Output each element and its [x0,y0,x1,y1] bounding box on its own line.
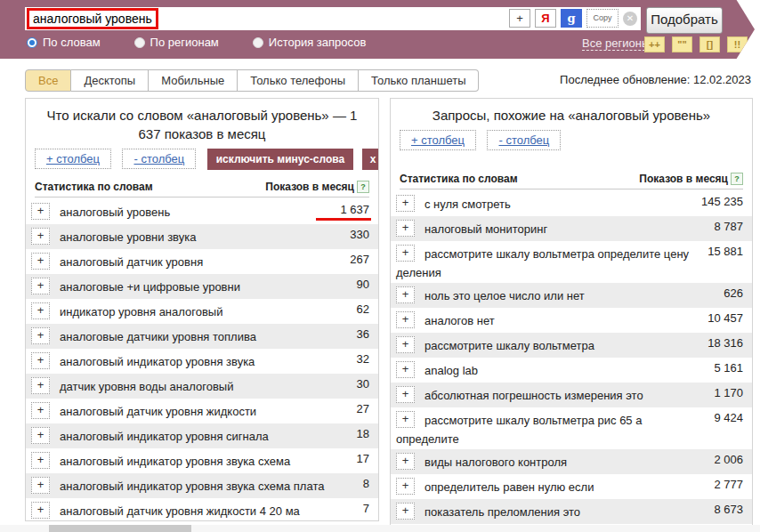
remove-column-button[interactable]: - столбец [122,149,196,169]
expand-plus-button[interactable]: + [396,503,415,520]
expand-plus-button[interactable]: + [396,361,415,378]
add-column-button[interactable]: + столбец [400,130,476,150]
table-row: 2 006+виды налогового контроля [391,449,752,474]
expand-plus-button[interactable]: + [31,477,50,494]
close-button[interactable]: x [362,149,379,170]
keyword-link[interactable]: аналоговый уровень [60,206,170,219]
expand-plus-button[interactable]: + [31,278,50,294]
expand-plus-button[interactable]: + [396,478,415,495]
keyword-link[interactable]: аналоговый индикатор уровня звука схема [60,455,290,468]
keyword-link[interactable]: показатель преломления это [424,505,580,519]
keyword-link[interactable]: ноль это целое число или нет [424,289,585,302]
expand-plus-button[interactable]: + [31,253,50,270]
tab-2[interactable]: Мобильные [149,69,238,92]
expand-plus-button[interactable]: + [396,195,415,212]
keyword-link[interactable]: рассмотрите шкалу вольтметра [424,339,594,352]
expand-plus-button[interactable]: + [31,302,50,319]
expand-plus-button[interactable]: + [396,386,415,403]
copy-button[interactable]: Copy [586,9,619,28]
keyword-link[interactable]: analog lab [424,364,478,377]
keyword-link[interactable]: аналоговые датчики уровня топлива [60,330,256,343]
google-icon[interactable]: g [561,9,582,28]
keyword-link[interactable]: виды налогового контроля [424,455,567,469]
shows-value: 145 235 [701,195,743,208]
keyword-link[interactable]: рассмотрите шкалу вольтметра рис 65 а оп… [396,414,642,446]
remove-column-button[interactable]: - столбец [487,130,561,150]
radio-item-1[interactable]: По регионам [134,36,219,49]
keyword-link[interactable]: аналоговые +и цифровые уровни [60,280,240,294]
keyword-link[interactable]: аналоговый индикатор уровня звука схема … [60,480,324,493]
submit-button[interactable]: Подобрать [646,7,723,34]
add-query-button[interactable]: + [509,9,530,28]
radio-label: По словам [43,36,101,49]
expand-plus-button[interactable]: + [396,411,415,428]
expand-plus-button[interactable]: + [396,286,415,303]
keyword-link[interactable]: аналоговые уровни звука [60,230,196,244]
shows-value: 626 [724,286,743,300]
shows-value: 27 [357,402,369,415]
expand-plus-button[interactable]: + [31,327,50,344]
keyword-link[interactable]: аналоговый датчик уровня [60,255,203,269]
keyword-link[interactable]: аналоговый индикатор уровня звука [60,355,255,368]
keyword-link[interactable]: аналоговый датчик уровня жидкости 4 20 м… [60,504,300,518]
left-panel: Что искали со словом «аналоговый уровень… [25,98,379,521]
expand-plus-button[interactable]: + [31,427,50,444]
expand-plus-button[interactable]: + [396,220,415,237]
keyword-link[interactable]: с нуля смотреть [424,197,511,211]
expand-plus-button[interactable]: + [31,502,50,519]
tab-1[interactable]: Десктопы [71,69,149,92]
help-icon[interactable]: ? [357,181,369,193]
add-column-button[interactable]: + столбец [35,149,111,169]
keyword-link[interactable]: датчик уровня воды аналоговый [60,380,233,393]
search-input[interactable]: аналоговый уровень + Я g Copy ✕ [25,7,641,30]
expand-plus-button[interactable]: + [31,402,50,419]
tab-4[interactable]: Только планшеты [359,69,479,92]
expand-plus-button[interactable]: + [31,228,50,245]
expand-plus-button[interactable]: + [396,453,415,470]
keyword-link[interactable]: налоговый мониторинг [424,222,547,236]
expand-plus-button[interactable]: + [31,352,50,369]
table-row: 330+аналоговые уровни звука [26,224,378,249]
shows-value: 10 457 [707,311,743,325]
keyword-link[interactable]: абсолютная погрешность измерения это [424,389,643,402]
radio-item-0[interactable]: По словам [27,36,101,49]
keyword-link[interactable]: рассмотрите шкалу вольтметра определите … [396,247,689,279]
shows-value: 330 [350,228,369,241]
operator-button-3[interactable]: !! [727,36,748,52]
keyword-link[interactable]: аналоговый датчик уровня жидкости [60,405,256,418]
expand-plus-button[interactable]: + [31,377,50,394]
search-query-text: аналоговый уровень [33,12,152,26]
help-icon[interactable]: ? [731,173,743,185]
exclude-minus-words-button[interactable]: исключить минус-слова [207,149,353,170]
last-update-label: Последнее обновление: 12.02.2023 [560,73,751,86]
keyword-link[interactable]: аналоговый индикатор уровня сигнала [60,430,269,443]
scrollbar-thumb[interactable] [49,525,191,532]
operator-button-1[interactable]: "" [672,36,692,52]
operator-buttons: ++""[]!! [644,36,748,52]
keyword-link[interactable]: определитель равен нулю если [424,480,594,494]
expand-plus-button[interactable]: + [396,336,415,353]
keyword-link[interactable]: индикатор уровня аналоговый [60,305,222,318]
table-row: 18+аналоговый индикатор уровня сигнала [26,423,378,448]
expand-plus-button[interactable]: + [396,245,415,262]
table-row: 15 881+рассмотрите шкалу вольтметра опре… [391,241,752,283]
expand-plus-button[interactable]: + [31,452,50,469]
all-regions-link[interactable]: Все регионы [582,36,650,51]
tab-0[interactable]: Все [25,69,71,92]
keyword-link[interactable]: аналогов нет [424,314,495,327]
yandex-icon[interactable]: Я [535,9,556,28]
column-header-shows: Показов в месяц? [265,181,369,193]
operator-button-2[interactable]: [] [699,36,720,52]
radio-item-2[interactable]: История запросов [253,36,367,49]
expand-plus-button[interactable]: + [31,203,50,220]
header-band: аналоговый уровень + Я g Copy ✕ Подобрат… [0,0,755,59]
expand-plus-button[interactable]: + [396,311,415,328]
table-row: 8 787+налоговый мониторинг [391,216,752,241]
table-row: 10 457+аналогов нет [391,308,752,333]
similar-queries-title: Запросы, похожие на «аналоговый уровень» [400,106,743,125]
table-row: 267+аналоговый датчик уровня [26,249,378,274]
clear-icon[interactable]: ✕ [623,12,637,26]
tab-3[interactable]: Только телефоны [238,69,359,92]
operator-button-0[interactable]: ++ [644,36,665,52]
shows-value: 18 316 [707,336,743,350]
